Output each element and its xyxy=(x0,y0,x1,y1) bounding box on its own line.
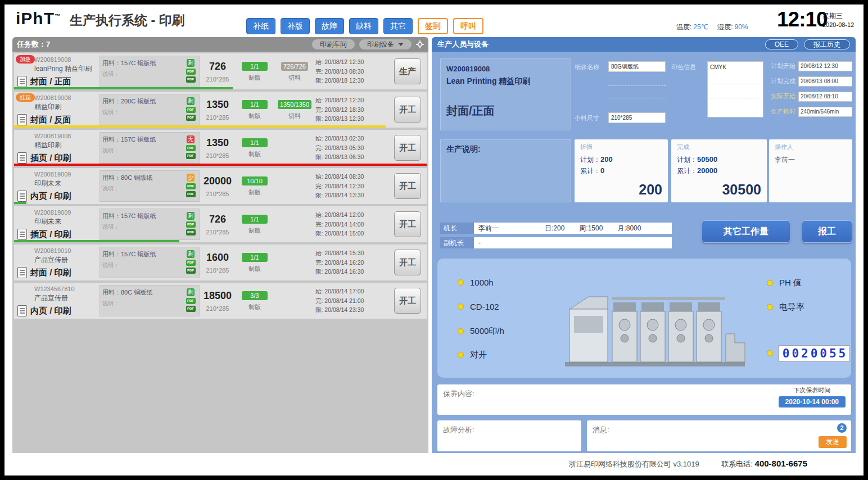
schedule-row: 计划完成 20/08/13 08:00 xyxy=(768,74,852,89)
sheet-size: 210*285 xyxy=(200,229,236,236)
start-button[interactable]: 开工 xyxy=(394,97,421,123)
task-row[interactable]: W200819010 产品宣传册 封面 / 印刷 用料：157C 铜版纸 说明：… xyxy=(14,244,427,280)
pdf-icon[interactable]: PDF xyxy=(186,183,196,189)
operator-title: 操作人 xyxy=(775,143,793,151)
document-icon xyxy=(17,305,27,316)
machine-spec: CD-102 xyxy=(458,302,499,311)
task-panel: 任务数：7 印刷车间 印刷设备 加急 W200819008 leanPring … xyxy=(12,37,428,453)
call-button[interactable]: 呼叫 xyxy=(453,18,483,34)
pdf-icon[interactable]: PDF xyxy=(186,229,196,236)
schedule-row: 生产耗时 240min/646min xyxy=(768,104,852,119)
schedule-label: 实际开始 xyxy=(771,92,795,101)
task-row[interactable]: W200819009 印刷未来 内页 / 印刷 用料：80C 铜版纸 说明： 少… xyxy=(14,168,427,204)
fault-analysis-label: 故障分析: xyxy=(443,425,474,434)
start-button[interactable]: 开工 xyxy=(394,288,421,314)
screen: iPhT™ 生产执行系统 - 印刷 补纸 补版 故障 缺料 其它 签到 呼叫 温… xyxy=(4,4,864,476)
pdf-icon[interactable]: PDF xyxy=(186,298,196,304)
material-shortage-button[interactable]: 缺料 xyxy=(349,18,378,34)
report-history-button[interactable]: 报工历史 xyxy=(804,39,850,49)
report-work-button[interactable]: 报工 xyxy=(802,220,852,243)
start-button[interactable]: 生产 xyxy=(394,58,421,84)
machine-spec-label: 5000印/h xyxy=(470,326,504,337)
sign-in-button[interactable]: 签到 xyxy=(418,18,448,34)
pdf-icon[interactable]: PDF xyxy=(186,76,196,83)
pdf-icon[interactable]: PDF xyxy=(186,153,196,159)
sheet-size-field[interactable]: 210*285 xyxy=(608,112,666,123)
material-label: 用料： xyxy=(102,174,121,181)
workshop-pill[interactable]: 印刷车间 xyxy=(312,39,355,49)
plate-badge: 1/1 xyxy=(242,253,268,262)
bullet-icon xyxy=(767,280,773,286)
refill-plate-button[interactable]: 补版 xyxy=(281,18,310,34)
sheet-size-label: 小料尺寸 xyxy=(575,114,599,123)
pdf-icon[interactable]: PDF xyxy=(186,260,196,266)
done-total-label: 累计： xyxy=(677,167,697,175)
material-label: 用料： xyxy=(102,251,121,257)
fault-analysis-box[interactable]: 故障分析: xyxy=(437,420,581,451)
material-box: 用料：157C 铜版纸 说明： 剩 PDF PDF xyxy=(100,56,200,87)
pdf-icon[interactable]: PDF xyxy=(186,306,196,312)
time-limit: 限: 20/08/13 12:30 xyxy=(315,114,392,124)
fault-button[interactable]: 故障 xyxy=(315,18,344,34)
production-note-box[interactable]: 生产说明: xyxy=(440,139,571,202)
start-button[interactable]: 开工 xyxy=(394,250,421,275)
current-job-box: W200819008 Lean Printing 精益印刷 封面/正面 xyxy=(440,58,571,130)
task-name: 精益印刷 xyxy=(34,141,61,150)
start-button[interactable]: 开工 xyxy=(394,211,421,237)
other-workload-button[interactable]: 其它工作量 xyxy=(702,220,790,243)
task-page: 封面 / 反面 xyxy=(30,115,71,125)
machine-spec: PH 值 xyxy=(767,278,802,288)
other-button[interactable]: 其它 xyxy=(383,18,413,34)
time-start: 始: 20/08/14 17:00 xyxy=(315,287,392,296)
machine-spec-label: 对开 xyxy=(470,350,487,360)
device-dropdown[interactable]: 印刷设备 xyxy=(359,39,412,49)
plate-badge: 1/1 xyxy=(242,138,268,147)
paper-name-field[interactable]: 80G铜版纸 xyxy=(608,61,666,72)
start-button[interactable]: 开工 xyxy=(394,135,421,161)
pdf-icon[interactable]: PDF xyxy=(186,145,196,151)
logo-text: iPhT xyxy=(16,9,55,28)
task-row[interactable]: 加急 W200819008 leanPring 精益印刷 封面 / 正面 用料：… xyxy=(14,53,427,89)
operator-value: 李前一 xyxy=(775,155,795,165)
material-value: 80C 铜版纸 xyxy=(121,174,152,181)
task-times: 始: 20/08/12 12:30 完: 20/08/13 08:30 限: 2… xyxy=(315,57,392,85)
pdf-icon[interactable]: PDF xyxy=(186,221,196,228)
document-icon xyxy=(17,229,27,240)
bullet-icon xyxy=(458,304,464,310)
quantity-column: 18500 210*285 xyxy=(200,290,236,312)
task-row[interactable]: W200819008 精益印刷 插页 / 印刷 用料：157C 铜版纸 说明： … xyxy=(14,130,427,166)
schedule-label: 计划完成 xyxy=(771,77,795,85)
sheet-size: 210*285 xyxy=(200,114,236,121)
settings-gear-icon[interactable] xyxy=(416,40,424,48)
refill-paper-button[interactable]: 补纸 xyxy=(246,18,275,34)
pdf-icon[interactable]: PDF xyxy=(186,115,196,121)
task-id: W1234567810 xyxy=(34,286,75,292)
task-page: 插页 / 印刷 xyxy=(30,229,71,240)
done-plan-value: 50500 xyxy=(697,155,717,164)
maintenance-label: 保养内容: xyxy=(443,390,474,398)
progress-bar xyxy=(14,164,427,166)
task-row[interactable]: W1234567810 产品宣传册 内页 / 印刷 用料：80C 铜版纸 说明：… xyxy=(14,283,427,319)
pdf-icon[interactable]: PDF xyxy=(186,107,196,113)
start-button[interactable]: 开工 xyxy=(394,173,421,199)
pdf-icon[interactable]: PDF xyxy=(186,191,196,197)
time-start: 始: 20/08/12 12:30 xyxy=(315,57,392,67)
maintenance-box[interactable]: 保养内容: 下次保养时间 2020-10-14 00:00 xyxy=(437,384,851,415)
vice-captain-strip: - xyxy=(474,237,672,248)
waste-total-value: 0 xyxy=(600,166,604,175)
waste-plan-value: 200 xyxy=(600,155,613,164)
ink-field[interactable]: CMYK xyxy=(707,61,763,117)
pdf-icon[interactable]: PDF xyxy=(186,268,196,274)
send-button[interactable]: 发送 xyxy=(819,436,847,448)
footer: 浙江易印网络科技股份有限公司 v3.1019 联系电话: 400-801-667… xyxy=(569,459,807,469)
task-row[interactable]: W200819009 印刷未来 插页 / 印刷 用料：157C 铜版纸 说明： … xyxy=(14,206,427,242)
captain-strip: 李前一 日:200 周:1500 月:8000 xyxy=(474,223,672,234)
pdf-icon[interactable]: PDF xyxy=(186,69,196,75)
quantity-column: 1350 210*285 xyxy=(200,99,236,121)
task-row[interactable]: 挂起 W200819008 精益印刷 封面 / 反面 用料：200C 铜版纸 说… xyxy=(14,92,427,128)
sheet-size: 210*285 xyxy=(200,191,236,197)
machine-spec-label: 1000h xyxy=(470,278,494,287)
time-start: 始: 20/08/13 02:30 xyxy=(315,134,392,143)
message-box[interactable]: 消息: 2 发送 xyxy=(587,420,851,451)
oee-button[interactable]: OEE xyxy=(765,39,798,49)
